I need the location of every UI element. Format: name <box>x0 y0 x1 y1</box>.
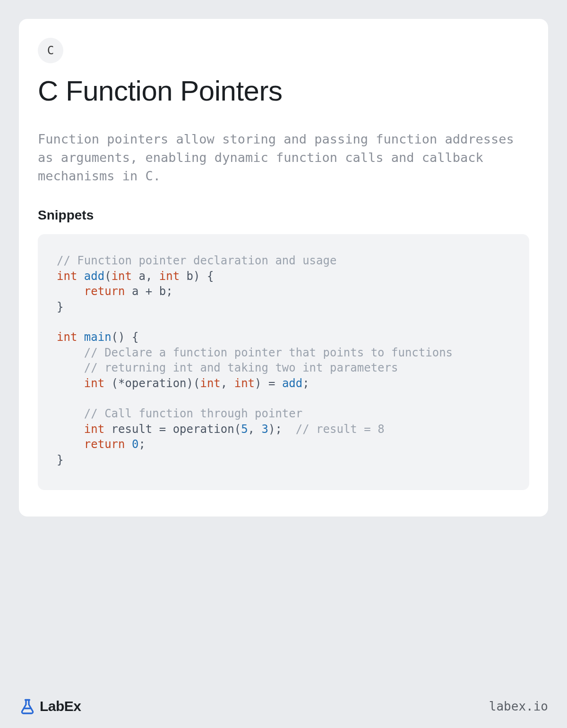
code-keyword: int <box>57 330 77 344</box>
code-number: 0 <box>132 438 138 451</box>
brand: LabEx <box>19 698 81 715</box>
content-card: C C Function Pointers Function pointers … <box>19 19 548 516</box>
code-text <box>77 330 84 344</box>
code-text: ) = <box>255 377 282 390</box>
code-text: , <box>248 423 262 436</box>
code-comment: // Function pointer declaration and usag… <box>57 254 336 267</box>
code-text <box>77 270 84 283</box>
code-keyword: int <box>84 377 104 390</box>
code-text <box>57 285 84 298</box>
code-keyword: int <box>84 423 104 436</box>
code-text: ; <box>302 377 309 390</box>
code-keyword: int <box>200 377 220 390</box>
flask-icon <box>19 698 36 715</box>
code-text: } <box>57 453 63 466</box>
page-title: C Function Pointers <box>38 75 529 107</box>
code-text: result = operation( <box>104 423 241 436</box>
code-keyword: return <box>84 285 125 298</box>
code-fn: main <box>84 330 112 344</box>
code-fn: add <box>84 270 104 283</box>
code-comment: // Declare a function pointer that point… <box>57 346 453 359</box>
code-text: (*operation)( <box>104 377 200 390</box>
code-text <box>125 438 132 451</box>
code-comment: // returning int and taking two int para… <box>57 361 398 374</box>
code-number: 5 <box>241 423 248 436</box>
description-text: Function pointers allow storing and pass… <box>38 130 529 185</box>
code-text: a, <box>132 270 159 283</box>
code-comment: // Call function through pointer <box>57 407 302 420</box>
code-text: , <box>221 377 234 390</box>
code-text: a + b; <box>125 285 173 298</box>
code-snippet: // Function pointer declaration and usag… <box>38 234 529 490</box>
code-text: () { <box>112 330 139 344</box>
code-text: } <box>57 300 63 313</box>
language-badge: C <box>38 38 63 63</box>
language-badge-letter: C <box>47 44 54 57</box>
code-keyword: int <box>159 270 180 283</box>
code-keyword: int <box>234 377 255 390</box>
code-text: ); <box>268 423 296 436</box>
site-url: labex.io <box>489 699 548 713</box>
code-text: b) { <box>180 270 214 283</box>
code-text: ( <box>104 270 111 283</box>
code-number: 3 <box>262 423 268 436</box>
code-keyword: return <box>84 438 125 451</box>
code-text <box>57 377 84 390</box>
code-text: ; <box>138 438 145 451</box>
section-heading: Snippets <box>38 208 529 223</box>
code-text <box>57 438 84 451</box>
code-keyword: int <box>57 270 77 283</box>
code-comment: // result = 8 <box>296 423 385 436</box>
code-fn: add <box>282 377 302 390</box>
brand-name: LabEx <box>40 698 81 714</box>
footer: LabEx labex.io <box>19 698 548 715</box>
code-text <box>57 423 84 436</box>
code-keyword: int <box>112 270 132 283</box>
